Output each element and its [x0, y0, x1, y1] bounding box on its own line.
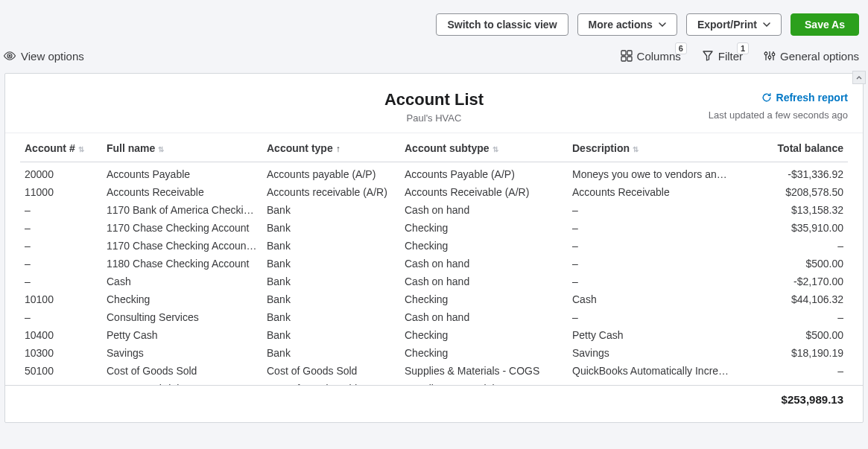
cell-description: – — [568, 201, 743, 219]
cell-description: – — [568, 255, 743, 273]
refresh-label: Refresh report — [776, 92, 848, 104]
top-action-bar: Switch to classic view More actions Expo… — [0, 0, 868, 46]
cell-total-balance: – — [743, 237, 848, 255]
table-row[interactable]: 50100Cost of Goods SoldCost of Goods Sol… — [20, 362, 848, 380]
cell-account-type: Accounts payable (A/P) — [262, 162, 400, 184]
table-header-row: Account #⇅ Full name⇅ Account type↑ Acco… — [20, 133, 848, 162]
cell-full-name: Inventory Shrinkage — [102, 380, 262, 385]
switch-classic-view-button[interactable]: Switch to classic view — [436, 13, 568, 36]
save-as-button[interactable]: Save As — [791, 13, 859, 36]
button-label: More actions — [589, 19, 653, 31]
column-header-account-subtype[interactable]: Account subtype⇅ — [400, 133, 568, 162]
column-header-total-balance[interactable]: Total balance — [743, 133, 848, 162]
cell-total-balance: $208,578.50 — [743, 183, 848, 201]
table-row[interactable]: –1170 Chase Checking Account:…BankChecki… — [20, 237, 848, 255]
cell-full-name: Cash — [102, 273, 262, 290]
cell-full-name: Savings — [102, 344, 262, 362]
chevron-down-icon — [763, 22, 770, 27]
columns-button[interactable]: Columns 6 — [621, 50, 681, 63]
cell-account-subtype: Cash on hand — [400, 308, 568, 326]
table-row[interactable]: 10100CheckingBankCheckingCash$44,106.32 — [20, 290, 848, 308]
cell-account-type: Bank — [262, 237, 400, 255]
footer-total: $253,989.13 — [5, 385, 863, 415]
column-header-account-type[interactable]: Account type↑ — [262, 133, 400, 162]
cell-description: Accounts Receivable — [568, 183, 743, 201]
cell-account-num: – — [20, 273, 102, 290]
eye-icon — [3, 49, 16, 63]
cell-full-name: 1170 Chase Checking Account:… — [102, 237, 262, 255]
cell-account-subtype: Cash on hand — [400, 255, 568, 273]
table-row[interactable]: –1170 Chase Checking AccountBankChecking… — [20, 219, 848, 237]
column-header-account-num[interactable]: Account #⇅ — [20, 133, 102, 162]
cell-description: – — [568, 237, 743, 255]
cell-total-balance: $35,910.00 — [743, 219, 848, 237]
cell-description: Cash — [568, 290, 743, 308]
cell-account-type: Bank — [262, 308, 400, 326]
svg-point-10 — [772, 53, 775, 56]
table-row[interactable]: –1180 Chase Checking AccountBankCash on … — [20, 255, 848, 273]
cell-account-num: 10300 — [20, 344, 102, 362]
view-options-button[interactable]: View options — [3, 49, 84, 63]
table-row[interactable]: 10400Petty CashBankCheckingPetty Cash$50… — [20, 326, 848, 344]
svg-point-8 — [764, 52, 767, 55]
cell-full-name: 1180 Chase Checking Account — [102, 255, 262, 273]
sort-asc-icon: ↑ — [336, 144, 340, 154]
table-row[interactable]: 10300SavingsBankCheckingSavings$18,190.1… — [20, 344, 848, 362]
refresh-area: Refresh report Last updated a few second… — [709, 92, 848, 121]
general-options-button[interactable]: General options — [764, 50, 859, 63]
cell-account-subtype: Supplies & Materials - COGS — [400, 380, 568, 385]
export-print-button[interactable]: Export/Print — [686, 13, 782, 36]
button-label: Export/Print — [697, 19, 757, 31]
cell-total-balance: $500.00 — [743, 326, 848, 344]
cell-account-num: 50100 — [20, 362, 102, 380]
table-body: 20000Accounts PayableAccounts payable (A… — [20, 162, 848, 386]
cell-full-name: Accounts Payable — [102, 162, 262, 184]
cell-account-num: 10100 — [20, 290, 102, 308]
cell-full-name: Petty Cash — [102, 326, 262, 344]
cell-total-balance: $13,158.32 — [743, 201, 848, 219]
cell-description: Savings — [568, 344, 743, 362]
cell-account-subtype: Accounts Receivable (A/R) — [400, 183, 568, 201]
cell-total-balance: – — [743, 380, 848, 385]
cell-account-subtype: Checking — [400, 326, 568, 344]
table-row[interactable]: –Inventory ShrinkageCost of Goods SoldSu… — [20, 380, 848, 385]
cell-account-subtype: Checking — [400, 290, 568, 308]
table-row[interactable]: –1170 Bank of America Checkin…BankCash o… — [20, 201, 848, 219]
cell-total-balance: $18,190.19 — [743, 344, 848, 362]
table-row[interactable]: –CashBankCash on hand–-$2,170.00 — [20, 273, 848, 290]
more-actions-button[interactable]: More actions — [577, 13, 677, 36]
cell-account-type: Accounts receivable (A/R) — [262, 183, 400, 201]
sort-icon: ⇅ — [492, 145, 497, 153]
cell-account-num: – — [20, 308, 102, 326]
refresh-report-button[interactable]: Refresh report — [761, 92, 848, 104]
column-header-full-name[interactable]: Full name⇅ — [102, 133, 262, 162]
svg-rect-4 — [627, 57, 632, 61]
view-options-label: View options — [21, 50, 84, 63]
cell-description: Moneys you owe to vendors an… — [568, 162, 743, 184]
cell-account-subtype: Checking — [400, 219, 568, 237]
table-row[interactable]: –Consulting ServicesBankCash on hand–– — [20, 308, 848, 326]
cell-account-type: Cost of Goods Sold — [262, 362, 400, 380]
cell-account-num: – — [20, 380, 102, 385]
table-row[interactable]: 11000Accounts ReceivableAccounts receiva… — [20, 183, 848, 201]
table-row[interactable]: 20000Accounts PayableAccounts payable (A… — [20, 162, 848, 184]
svg-point-0 — [9, 55, 11, 57]
cell-account-subtype: Cash on hand — [400, 273, 568, 290]
cell-account-type: Bank — [262, 290, 400, 308]
columns-label: Columns — [637, 50, 681, 63]
cell-account-subtype: Checking — [400, 344, 568, 362]
cell-account-num: 11000 — [20, 183, 102, 201]
cell-total-balance: – — [743, 308, 848, 326]
filter-icon — [702, 50, 714, 62]
sort-icon: ⇅ — [78, 145, 83, 153]
cell-account-type: Bank — [262, 344, 400, 362]
column-header-description[interactable]: Description⇅ — [568, 133, 743, 162]
cell-total-balance: -$31,336.92 — [743, 162, 848, 184]
cell-account-type: Bank — [262, 255, 400, 273]
cell-full-name: Cost of Goods Sold — [102, 362, 262, 380]
last-updated-text: Last updated a few seconds ago — [709, 109, 848, 121]
svg-point-9 — [768, 56, 771, 59]
sliders-icon — [764, 50, 776, 62]
svg-rect-1 — [621, 51, 626, 55]
filter-button[interactable]: Filter 1 — [702, 50, 743, 63]
